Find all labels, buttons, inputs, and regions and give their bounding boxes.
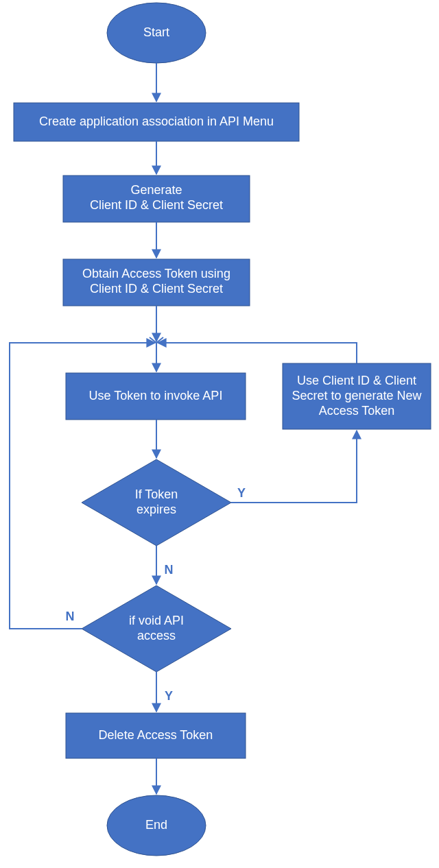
step-regenerate-token-label-l3: Access Token	[319, 404, 395, 418]
step-obtain-token-label-l2: Client ID & Client Secret	[90, 282, 223, 296]
dec2-yes-label: Y	[165, 689, 173, 703]
step-invoke-api-label: Use Token to invoke API	[89, 389, 223, 402]
edge-step5-merge	[158, 343, 357, 363]
step-delete-token-label: Delete Access Token	[99, 728, 213, 742]
decision-void-access-label-l1: if void API	[129, 614, 184, 627]
dec1-no-label: N	[165, 563, 174, 577]
step-regenerate-token-label-l1: Use Client ID & Client	[297, 374, 416, 387]
start-label: Start	[143, 25, 169, 39]
dec1-yes-label: Y	[237, 486, 246, 500]
decision-token-expires-label-l1: If Token	[135, 487, 178, 501]
decision-void-access-label-l2: access	[137, 629, 176, 642]
step-create-application-label: Create application association in API Me…	[39, 114, 274, 128]
decision-token-expires-label-l2: expires	[137, 503, 176, 516]
merge-tick-l	[150, 337, 156, 343]
edge-dec1-yes	[231, 431, 357, 503]
end-label: End	[145, 818, 167, 832]
step-regenerate-token-label-l2: Secret to generate New	[292, 389, 422, 402]
step-obtain-token-label-l1: Obtain Access Token using	[82, 267, 230, 280]
step-generate-credentials-label-l2: Client ID & Client Secret	[90, 198, 223, 212]
dec2-no-label: N	[66, 610, 75, 623]
step-generate-credentials-label-l1: Generate	[130, 183, 182, 197]
merge-tick-r	[156, 337, 163, 343]
